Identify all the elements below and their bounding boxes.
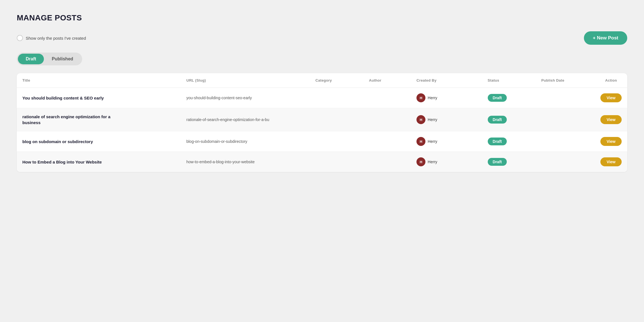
table-body: You should building content & SEO early … (17, 88, 627, 172)
col-header-slug: URL (Slug) (181, 73, 310, 88)
tabs-container: Draft Published (17, 53, 82, 65)
status-badge: Draft (488, 116, 507, 124)
page-title: MANAGE POSTS (17, 13, 627, 22)
publish-date (536, 88, 595, 108)
post-title: blog on subdomain or subdirectory (22, 139, 112, 145)
avatar: H (416, 157, 425, 166)
view-button[interactable]: View (600, 157, 622, 166)
my-posts-label: Show only the posts I've created (26, 36, 86, 41)
filter-row: Show only the posts I've created (17, 35, 86, 41)
post-category (310, 88, 364, 108)
col-header-title: Title (17, 73, 181, 88)
new-post-button[interactable]: + New Post (584, 31, 627, 45)
publish-date (536, 131, 595, 152)
posts-table: Title URL (Slug) Category Author Created… (17, 73, 627, 172)
tab-draft[interactable]: Draft (18, 54, 44, 64)
status-badge: Draft (488, 138, 507, 145)
avatar: H (416, 93, 425, 102)
table-header-row: Title URL (Slug) Category Author Created… (17, 73, 627, 88)
created-by-cell: H Herry (416, 115, 476, 124)
creator-name: Herry (428, 139, 437, 144)
col-header-status: Status (482, 73, 536, 88)
posts-table-card: Title URL (Slug) Category Author Created… (17, 73, 627, 172)
post-category (310, 131, 364, 152)
view-button[interactable]: View (600, 137, 622, 146)
created-by-cell: H Herry (416, 93, 476, 102)
col-header-createdby: Created By (411, 73, 482, 88)
created-by-cell: H Herry (416, 157, 476, 166)
table-row: You should building content & SEO early … (17, 88, 627, 108)
table-row: How to Embed a Blog into Your Website ho… (17, 152, 627, 172)
col-header-publishdate: Publish Date (536, 73, 595, 88)
page-wrapper: MANAGE POSTS Show only the posts I've cr… (0, 0, 644, 322)
post-author (363, 88, 411, 108)
post-title: rationale of search engine optimization … (22, 114, 112, 126)
toolbar: Show only the posts I've created + New P… (17, 31, 627, 45)
post-slug: you-should-building-content-seo-early (186, 96, 252, 100)
status-badge: Draft (488, 94, 507, 102)
post-category (310, 152, 364, 172)
col-header-action: Action (595, 73, 627, 88)
creator-name: Herry (428, 160, 437, 164)
table-row: blog on subdomain or subdirectory blog-o… (17, 131, 627, 152)
col-header-category: Category (310, 73, 364, 88)
publish-date (536, 152, 595, 172)
avatar: H (416, 115, 425, 124)
post-author (363, 152, 411, 172)
post-category (310, 108, 364, 131)
post-slug: blog-on-subdomain-or-subdirectory (186, 139, 247, 144)
post-slug: rationale-of-search-engine-optimization-… (186, 117, 269, 122)
post-title: How to Embed a Blog into Your Website (22, 159, 112, 165)
avatar: H (416, 137, 425, 146)
post-title: You should building content & SEO early (22, 95, 112, 101)
creator-name: Herry (428, 96, 437, 100)
status-badge: Draft (488, 158, 507, 166)
created-by-cell: H Herry (416, 137, 476, 146)
publish-date (536, 108, 595, 131)
creator-name: Herry (428, 117, 437, 122)
view-button[interactable]: View (600, 115, 622, 124)
post-slug: how-to-embed-a-blog-into-your-website (186, 160, 255, 164)
table-row: rationale of search engine optimization … (17, 108, 627, 131)
my-posts-checkbox[interactable] (17, 35, 23, 41)
post-author (363, 131, 411, 152)
post-author (363, 108, 411, 131)
view-button[interactable]: View (600, 93, 622, 102)
tab-published[interactable]: Published (44, 54, 81, 64)
col-header-author: Author (363, 73, 411, 88)
